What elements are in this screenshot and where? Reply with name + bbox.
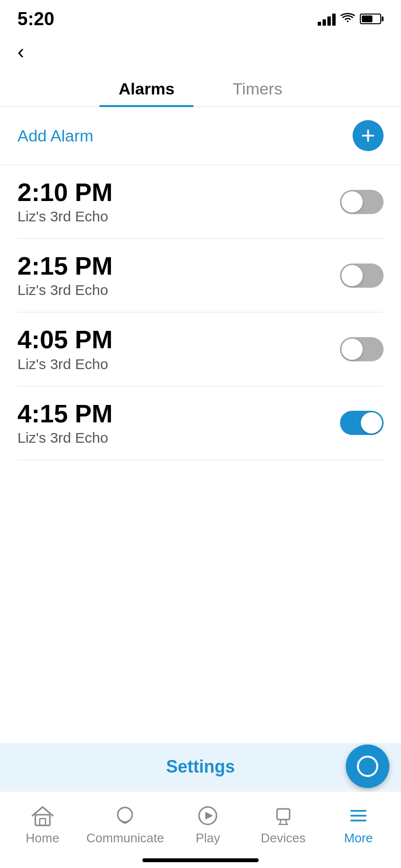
- settings-bar[interactable]: Settings: [0, 743, 401, 790]
- alarm-device: Liz's 3rd Echo: [17, 282, 113, 298]
- status-time: 5:20: [17, 9, 54, 30]
- svg-rect-3: [40, 819, 46, 825]
- alarm-item: 2:10 PM Liz's 3rd Echo: [17, 165, 384, 239]
- alarm-device: Liz's 3rd Echo: [17, 208, 113, 225]
- devices-icon: [271, 805, 296, 827]
- alarm-time: 2:15 PM: [17, 252, 113, 280]
- signal-icon: [318, 12, 336, 26]
- add-alarm-label[interactable]: Add Alarm: [17, 126, 93, 145]
- alarm-toggle-2[interactable]: [340, 337, 384, 361]
- nav-item-devices[interactable]: Devices: [252, 805, 315, 846]
- nav-label-communicate: Communicate: [86, 831, 164, 846]
- svg-point-4: [118, 807, 132, 822]
- add-alarm-row: Add Alarm: [0, 107, 401, 165]
- alarm-toggle-1[interactable]: [340, 264, 384, 288]
- communicate-icon: [112, 805, 138, 827]
- nav-item-play[interactable]: Play: [176, 805, 239, 846]
- nav-item-more[interactable]: More: [327, 805, 390, 846]
- alarm-item: 2:15 PM Liz's 3rd Echo: [17, 239, 384, 312]
- alarm-toggle-0[interactable]: [340, 190, 384, 214]
- tab-bar: Alarms Timers: [0, 72, 401, 107]
- alarm-list: 2:10 PM Liz's 3rd Echo 2:15 PM Liz's 3rd…: [0, 165, 401, 460]
- bottom-nav: Home Communicate Play Devices: [0, 791, 401, 868]
- status-bar: 5:20: [0, 0, 401, 34]
- add-alarm-button[interactable]: [353, 120, 384, 151]
- more-icon: [346, 805, 371, 827]
- alexa-icon: [357, 756, 378, 777]
- nav-label-play: Play: [196, 831, 220, 846]
- svg-rect-7: [277, 809, 290, 820]
- alarm-item: 4:15 PM Liz's 3rd Echo: [17, 387, 384, 460]
- nav-label-home: Home: [26, 831, 59, 846]
- alexa-button[interactable]: [346, 744, 389, 788]
- tab-timers[interactable]: Timers: [203, 72, 311, 106]
- nav-item-communicate[interactable]: Communicate: [86, 805, 164, 846]
- alarm-time: 4:05 PM: [17, 326, 113, 354]
- nav-label-devices: Devices: [261, 831, 305, 846]
- alarm-device: Liz's 3rd Echo: [17, 356, 113, 372]
- home-icon: [30, 805, 55, 827]
- alarm-device: Liz's 3rd Echo: [17, 430, 113, 446]
- back-chevron-icon: ‹: [17, 40, 24, 63]
- home-bar: [142, 858, 259, 862]
- tab-alarms[interactable]: Alarms: [90, 72, 203, 106]
- nav-label-more: More: [344, 831, 373, 846]
- alarm-toggle-3[interactable]: [340, 411, 384, 435]
- back-button[interactable]: ‹: [0, 34, 401, 67]
- alarm-time: 2:10 PM: [17, 179, 113, 206]
- play-icon: [195, 805, 220, 827]
- settings-label: Settings: [166, 757, 235, 776]
- alarm-item: 4:05 PM Liz's 3rd Echo: [17, 312, 384, 386]
- nav-item-home[interactable]: Home: [11, 805, 74, 846]
- status-icons: [318, 12, 384, 26]
- alarm-time: 4:15 PM: [17, 400, 113, 428]
- svg-marker-6: [205, 812, 213, 820]
- battery-icon: [360, 14, 384, 24]
- svg-rect-2: [35, 815, 50, 825]
- wifi-icon: [340, 13, 355, 25]
